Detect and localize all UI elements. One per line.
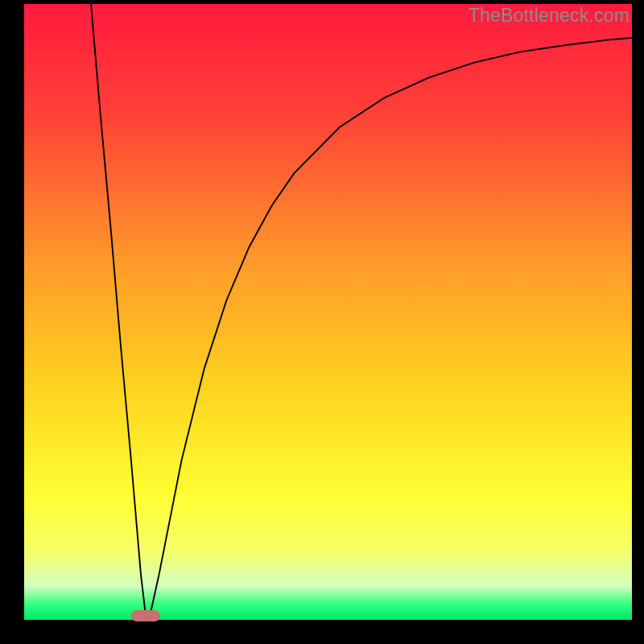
- optimum-marker: [131, 610, 160, 621]
- watermark-text: TheBottleneck.com: [469, 5, 630, 27]
- bottleneck-curve: [24, 4, 632, 620]
- plot-area: [24, 4, 632, 620]
